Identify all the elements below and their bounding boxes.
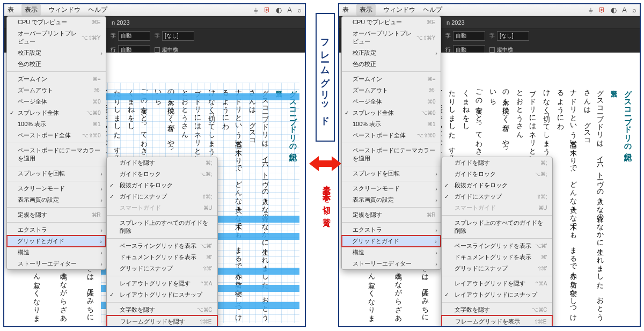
menu-item[interactable]: ズームイン⌘=	[342, 73, 441, 85]
doc-body-column: ナドリという名高い木こりで、どんな大きな木でも、まるで赤ん坊を寝かしつけるように…	[554, 83, 580, 323]
submenu-item[interactable]: スプレッド上のすべてのガイドを削除	[442, 217, 552, 237]
submenu-item: スマートガイド⌘U	[107, 202, 217, 214]
submenu-item[interactable]: ガイドにスナップ⇧⌘;	[107, 191, 217, 202]
submenu-item[interactable]: ガイドをロック⌥⌘;	[442, 168, 552, 180]
menu-item[interactable]: スクリーンモード›	[7, 183, 106, 194]
view-menu-dropdown: CPU でプレビュー⌘Eオーバープリントプレビュー⌥⇧⌘Y校正設定›色の校正ズー…	[6, 16, 106, 270]
menu-item[interactable]: ウィンドウ	[383, 5, 415, 14]
menu-item[interactable]: ヘルプ	[423, 5, 442, 14]
menu-item[interactable]: CPU でプレビュー⌘E	[7, 17, 106, 28]
submenu-item-framegrid-toggle[interactable]: フレームグリッドを表示⇧⌘E	[441, 315, 553, 327]
submenu-item[interactable]: ドキュメントグリッドを表示⌘'	[107, 252, 217, 263]
chevron-right-icon: ›	[100, 171, 103, 177]
double-arrow-icon	[309, 155, 341, 173]
menu-item[interactable]: オーバープリントプレビュー⌥⇧⌘Y	[7, 28, 106, 47]
menu-item[interactable]: 色の校正	[342, 58, 441, 70]
submenu-item[interactable]: グリッドにスナップ⇧⌘'	[442, 263, 552, 274]
menu-item[interactable]: スプレッドを回転›	[7, 168, 106, 179]
submenu-item[interactable]: 文字数を隠す⌥⌘C	[107, 304, 217, 315]
menu-item[interactable]: ストーリーエディター›	[342, 258, 441, 269]
menu-item[interactable]: 構造›	[342, 247, 441, 258]
menu-item[interactable]: スプレッド全体⌥⌘0	[342, 107, 441, 119]
menu-item[interactable]: ペーストボードにテーマカラーを適用	[342, 145, 441, 164]
menu-item[interactable]: 定規を隠す⌘R	[7, 209, 106, 220]
menu-item[interactable]: ペーストボード全体⌥⇧⌘0	[7, 130, 106, 141]
menu-item[interactable]: 表	[8, 5, 14, 14]
menu-item[interactable]: ズームアウト⌘-	[7, 85, 106, 96]
menu-item[interactable]: CPU でプレビュー⌘E	[342, 17, 441, 28]
menu-item[interactable]: グリッドとガイド›	[6, 235, 106, 247]
submenu-item[interactable]: ガイドにスナップ⇧⌘;	[442, 191, 552, 202]
menu-item[interactable]: 定規を隠す⌘R	[342, 209, 441, 220]
menu-item[interactable]: 表示画質の設定›	[342, 194, 441, 205]
dropdown-auto[interactable]	[453, 31, 485, 41]
menu-item[interactable]: ウィンドウ	[48, 5, 80, 14]
char-icon: 字	[111, 32, 116, 40]
menu-item[interactable]: スクリーンモード›	[342, 183, 441, 194]
menu-item[interactable]: グリッドとガイド›	[341, 235, 441, 247]
menu-item[interactable]: 色の校正	[7, 58, 106, 70]
view-menu-dropdown: CPU でプレビュー⌘Eオーバープリントプレビュー⌥⇧⌘Y校正設定›色の校正ズー…	[341, 16, 441, 270]
doc-title: グスコーブドリの伝記	[621, 83, 634, 323]
menu-item[interactable]: 校正設定›	[342, 47, 441, 58]
submenu-item[interactable]: スプレッド上のすべてのガイドを削除	[107, 217, 217, 237]
chevron-right-icon: ›	[100, 186, 103, 192]
checkbox-tatechuyoko[interactable]	[489, 47, 495, 53]
submenu-item[interactable]: ドキュメントグリッドを表示⌘'	[442, 252, 552, 263]
doc-author: 宮沢賢治	[608, 83, 620, 323]
menu-item[interactable]: エクストラ›	[342, 224, 441, 236]
menu-item[interactable]: オーバープリントプレビュー⌥⇧⌘Y	[342, 28, 441, 47]
submenu-item-framegrid-toggle[interactable]: フレームグリッドを隠す⇧⌘E	[106, 315, 218, 327]
grid-guide-submenu: ガイドを隠す⌘;ガイドをロック⌥⌘;段抜ガイドをロックガイドにスナップ⇧⌘;スマ…	[441, 157, 553, 327]
menu-item[interactable]: ズームイン⌘=	[7, 73, 106, 85]
submenu-item[interactable]: レイアウトグリッドを隠す⌃⌘A	[442, 278, 552, 289]
menu-item[interactable]: 校正設定›	[7, 47, 106, 58]
menu-item-view[interactable]: 表示	[356, 4, 376, 16]
menu-item[interactable]: ペーストボード全体⌥⇧⌘0	[342, 130, 441, 141]
submenu-item[interactable]: レイアウトグリッドにスナップ	[107, 289, 217, 300]
menu-item[interactable]: ズームアウト⌘-	[342, 85, 441, 96]
text-icon: A	[622, 6, 627, 14]
submenu-item[interactable]: ガイドをロック⌥⌘;	[107, 168, 217, 180]
annotation-caption: 表示・非表示を切り替え	[319, 179, 332, 224]
screenshot-left: 表 表示 ウィンドウ ヘルプ ⏚ ⛨ ◐ A ⌕ n 2023 字 字 行 縦中…	[3, 3, 306, 327]
chevron-right-icon: ›	[100, 227, 103, 233]
submenu-item[interactable]: 段抜ガイドをロック	[442, 180, 552, 191]
menu-item[interactable]: 構造›	[7, 247, 106, 258]
menu-item[interactable]: ヘルプ	[88, 5, 107, 14]
submenu-item[interactable]: 段抜ガイドをロック	[107, 180, 217, 191]
menu-item[interactable]: ページ全体⌘0	[342, 96, 441, 107]
doc-body-column: グスコーブドリは、イーハトーヴの大きな森のなかに生まれました。おとうさんは、グス…	[246, 83, 272, 323]
submenu-item[interactable]: ベースライングリッドを表示⌥⌘'	[442, 240, 552, 252]
submenu-item[interactable]: ガイドを隠す⌘;	[442, 157, 552, 168]
submenu-item[interactable]: グリッドにスナップ⇧⌘'	[107, 263, 217, 274]
submenu-item[interactable]: 文字数を隠す⌥⌘C	[442, 304, 552, 315]
menu-item[interactable]: 表	[342, 5, 349, 14]
mac-menubar: 表 表示 ウィンドウ ヘルプ ⏚ ⛨ ◐ A ⌕	[339, 4, 640, 16]
style-select[interactable]	[497, 31, 529, 41]
submenu-item[interactable]: ベースライングリッドを表示⌥⌘'	[107, 240, 217, 252]
checkbox-tatechuyoko[interactable]	[155, 47, 160, 53]
menu-item[interactable]: スプレッド全体⌥⌘0	[7, 107, 106, 119]
menu-item[interactable]: エクストラ›	[7, 224, 106, 236]
menu-item[interactable]: ページ全体⌘0	[7, 96, 106, 107]
dropdown-auto[interactable]	[118, 31, 150, 41]
submenu-item[interactable]: ガイドを隠す⌘;	[107, 157, 217, 168]
menu-item[interactable]: 100% 表示⌘1	[7, 119, 106, 130]
mac-menubar: 表 表示 ウィンドウ ヘルプ ⏚ ⛨ ◐ A ⌕	[4, 4, 305, 16]
chevron-right-icon: ›	[435, 171, 437, 177]
menu-item-view[interactable]: 表示	[21, 4, 41, 16]
menu-item[interactable]: スプレッドを回転›	[342, 168, 441, 179]
menu-item[interactable]: 100% 表示⌘1	[342, 119, 441, 130]
menu-item[interactable]: ペーストボードにテーマカラーを適用	[7, 145, 106, 164]
style-select[interactable]	[162, 31, 194, 41]
char-icon: 字	[445, 32, 451, 40]
siri-icon: ◐	[611, 6, 617, 14]
submenu-item[interactable]: レイアウトグリッドにスナップ	[442, 289, 552, 300]
chevron-right-icon: ›	[100, 197, 103, 203]
shield-icon: ⛨	[264, 6, 270, 14]
menu-item[interactable]: 表示画質の設定›	[7, 194, 106, 205]
submenu-item[interactable]: レイアウトグリッドを隠す⌃⌘A	[107, 278, 217, 289]
search-icon: ⌕	[632, 6, 636, 14]
menu-item[interactable]: ストーリーエディター›	[7, 258, 106, 269]
